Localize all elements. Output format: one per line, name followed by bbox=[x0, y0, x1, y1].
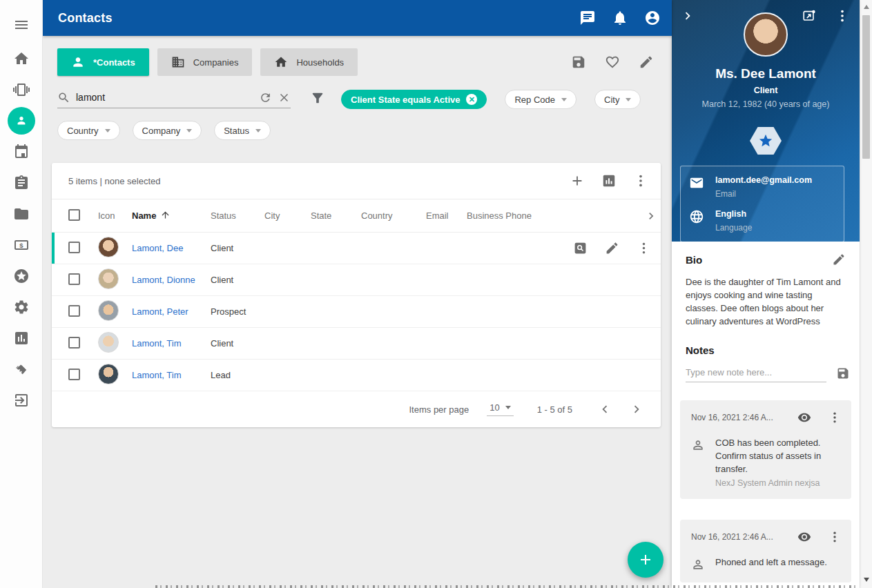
tab-households[interactable]: Households bbox=[260, 48, 358, 76]
column-icon[interactable]: Icon bbox=[98, 210, 132, 221]
nav-documents[interactable] bbox=[0, 198, 43, 229]
filter-funnel-icon[interactable] bbox=[310, 90, 325, 108]
preview-icon[interactable] bbox=[573, 241, 588, 255]
filter-chip-status[interactable]: Status bbox=[214, 121, 271, 140]
person-icon bbox=[71, 55, 85, 69]
add-icon[interactable] bbox=[570, 173, 585, 188]
building-icon bbox=[171, 55, 185, 69]
nav-home[interactable] bbox=[0, 43, 43, 74]
more-vert-icon[interactable] bbox=[828, 411, 842, 424]
select-all-checkbox[interactable] bbox=[68, 209, 80, 221]
nav-settings[interactable] bbox=[0, 291, 43, 322]
vertical-scrollbar[interactable] bbox=[860, 0, 872, 588]
edit-pencil-icon[interactable] bbox=[605, 241, 619, 255]
favorites-star-circle-icon bbox=[13, 268, 30, 284]
remove-filter-icon[interactable]: ✕ bbox=[466, 94, 477, 105]
refresh-icon[interactable] bbox=[259, 91, 272, 104]
scroll-down-arrow[interactable] bbox=[860, 574, 872, 585]
nav-tasks[interactable] bbox=[0, 167, 43, 198]
notifications-bell-icon[interactable] bbox=[612, 10, 628, 26]
language-globe-icon bbox=[689, 209, 704, 224]
star-icon bbox=[758, 133, 773, 148]
nav-reports[interactable] bbox=[0, 322, 43, 353]
page-size-value: 10 bbox=[490, 402, 499, 413]
eye-icon[interactable] bbox=[797, 411, 811, 424]
tab-contacts[interactable]: *Contacts bbox=[57, 48, 149, 76]
table-row[interactable]: Lamont, Tim Client bbox=[52, 328, 661, 360]
chat-icon[interactable] bbox=[579, 10, 596, 26]
city-chip-label: City bbox=[604, 95, 619, 105]
column-status[interactable]: Status bbox=[211, 210, 264, 221]
nav-partners[interactable] bbox=[0, 353, 43, 384]
more-vert-icon[interactable] bbox=[633, 173, 648, 188]
eye-icon[interactable] bbox=[797, 530, 811, 544]
more-vert-icon[interactable] bbox=[637, 241, 651, 255]
language-row[interactable]: English Language bbox=[689, 209, 835, 233]
clear-search-icon[interactable] bbox=[278, 91, 291, 104]
applied-filter-label: Client State equals Active bbox=[351, 95, 460, 105]
contact-name-link[interactable]: Lamont, Tim bbox=[132, 370, 182, 380]
new-note-input[interactable] bbox=[686, 364, 826, 382]
table-row[interactable]: Lamont, Tim Lead bbox=[52, 360, 661, 391]
next-page-icon[interactable] bbox=[629, 402, 644, 417]
scroll-up-arrow[interactable] bbox=[860, 1, 872, 12]
more-vert-icon[interactable] bbox=[835, 8, 850, 23]
nav-billing[interactable]: $ bbox=[0, 229, 43, 260]
scrollbar-thumb[interactable] bbox=[862, 15, 870, 159]
nav-calendar[interactable] bbox=[0, 136, 43, 167]
email-row[interactable]: lamont.dee@gmail.com Email bbox=[689, 175, 835, 199]
edit-bio-pencil-icon[interactable] bbox=[832, 253, 846, 266]
row-checkbox[interactable] bbox=[68, 369, 80, 380]
nav-contacts-active[interactable] bbox=[0, 105, 43, 136]
open-profile-icon[interactable] bbox=[802, 8, 817, 23]
favorite-heart-icon[interactable] bbox=[605, 55, 620, 70]
language-value: English bbox=[715, 209, 752, 219]
collapse-chevron-icon[interactable] bbox=[680, 8, 695, 23]
search-input[interactable] bbox=[76, 92, 253, 103]
account-circle-icon[interactable] bbox=[644, 10, 661, 26]
star-hexagon-badge[interactable] bbox=[750, 127, 782, 155]
row-status: Lead bbox=[211, 370, 264, 380]
sign-out-icon bbox=[13, 392, 30, 409]
row-checkbox[interactable] bbox=[68, 242, 80, 253]
save-note-icon[interactable] bbox=[836, 366, 850, 380]
nav-favorites[interactable] bbox=[0, 260, 43, 291]
tab-companies[interactable]: Companies bbox=[157, 48, 253, 76]
page-size-select[interactable]: 10 bbox=[487, 402, 513, 416]
table-row[interactable]: Lamont, Dee Client bbox=[52, 233, 661, 264]
column-business-phone[interactable]: Business Phone bbox=[467, 210, 633, 221]
contact-name-link[interactable]: Lamont, Tim bbox=[132, 338, 182, 349]
chart-icon[interactable] bbox=[601, 173, 617, 188]
profile-panel: Ms. Dee Lamont Client March 12, 1982 (40… bbox=[672, 0, 860, 588]
table-row[interactable]: Lamont, Peter Prospect bbox=[52, 296, 661, 328]
row-checkbox[interactable] bbox=[68, 305, 80, 317]
more-vert-icon[interactable] bbox=[828, 530, 842, 544]
bio-title: Bio bbox=[686, 254, 702, 266]
applied-filter-chip[interactable]: Client State equals Active ✕ bbox=[341, 90, 487, 109]
filter-chip-company[interactable]: Company bbox=[133, 121, 202, 140]
filter-chip-city[interactable]: City bbox=[594, 90, 641, 109]
edit-pencil-icon[interactable] bbox=[639, 55, 654, 70]
column-email[interactable]: Email bbox=[426, 210, 467, 221]
row-checkbox[interactable] bbox=[68, 273, 80, 285]
column-city[interactable]: City bbox=[264, 210, 311, 221]
table-row[interactable]: Lamont, Dionne Client bbox=[52, 264, 661, 296]
menu-button[interactable] bbox=[0, 9, 43, 40]
more-columns-chevron-icon[interactable] bbox=[644, 209, 658, 223]
filter-chip-country[interactable]: Country bbox=[57, 121, 120, 140]
profile-avatar[interactable] bbox=[744, 12, 788, 57]
previous-page-icon[interactable] bbox=[597, 402, 612, 417]
column-state[interactable]: State bbox=[311, 210, 361, 221]
profile-details: Bio Dee is the daughter of Tim Lamont an… bbox=[672, 242, 860, 588]
row-checkbox[interactable] bbox=[68, 337, 80, 349]
contact-name-link[interactable]: Lamont, Dionne bbox=[132, 275, 195, 285]
column-country[interactable]: Country bbox=[361, 210, 426, 221]
filter-chip-rep-code[interactable]: Rep Code bbox=[505, 90, 577, 109]
nav-sign-out[interactable] bbox=[0, 384, 43, 415]
contact-name-link[interactable]: Lamont, Peter bbox=[132, 306, 188, 317]
add-contact-fab[interactable] bbox=[628, 542, 663, 578]
contact-name-link[interactable]: Lamont, Dee bbox=[132, 243, 183, 253]
nav-activity[interactable] bbox=[0, 74, 43, 105]
save-icon[interactable] bbox=[571, 55, 586, 70]
column-name[interactable]: Name bbox=[132, 210, 211, 222]
